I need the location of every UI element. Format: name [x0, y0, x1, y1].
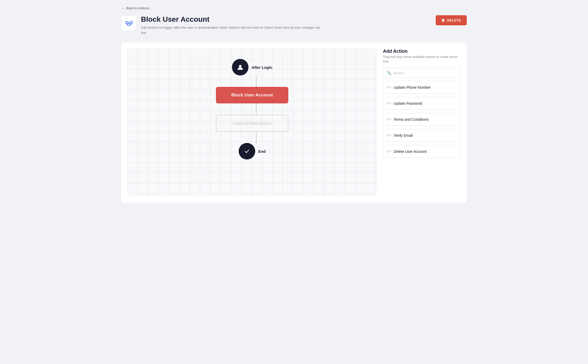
action-label-update-phone: Update Phone Number [394, 85, 431, 89]
svg-rect-1 [130, 21, 133, 23]
flow-canvas: After Login Block User Account Drag and … [127, 49, 377, 196]
flow-icon [125, 19, 133, 27]
svg-rect-0 [125, 21, 128, 23]
svg-point-8 [239, 65, 242, 67]
arrow-left-icon: ← [121, 6, 125, 10]
action-label-terms: Terms and Conditions [394, 117, 428, 122]
code-icon-update-password: <> [387, 101, 391, 105]
code-icon-terms: <> [387, 117, 391, 122]
drop-zone-label: Drag and Drop Actions [233, 121, 272, 125]
action-label-update-password: Update Password [394, 101, 422, 105]
delete-button-label: DELETE [447, 18, 461, 22]
trash-icon: 🗑 [441, 18, 445, 22]
check-icon [244, 148, 250, 155]
drop-zone[interactable]: Drag and Drop Actions [216, 115, 288, 132]
end-node: End [239, 143, 266, 160]
action-label-verify-email: Verify Email [394, 133, 413, 138]
user-icon [237, 64, 244, 71]
page-description: Add actions to trigger after the user is… [141, 25, 322, 35]
code-icon-update-phone: <> [387, 85, 391, 89]
action-item-update-password[interactable]: <> Update Password [383, 97, 461, 110]
search-box[interactable]: 🔍 [383, 68, 461, 78]
after-login-circle [232, 59, 248, 75]
action-item-update-phone[interactable]: <> Update Phone Number [383, 81, 461, 94]
action-item-terms[interactable]: <> Terms and Conditions [383, 113, 461, 126]
back-link-label: Back to Actions [126, 6, 149, 10]
connector-2 [256, 103, 257, 115]
main-canvas: After Login Block User Account Drag and … [121, 42, 467, 203]
header-text: Block User Account Add actions to trigge… [141, 15, 322, 35]
page-icon-box [121, 15, 137, 31]
block-user-action-box[interactable]: Block User Account [216, 87, 289, 103]
connector-1 [256, 75, 257, 87]
code-icon-verify-email: <> [387, 133, 391, 138]
code-icon-delete-user: <> [387, 149, 391, 154]
svg-rect-3 [128, 24, 130, 26]
page-title: Block User Account [141, 15, 322, 24]
end-circle [239, 143, 255, 160]
block-user-action-label: Block User Account [231, 93, 273, 97]
end-label: End [258, 149, 266, 154]
header-left: Block User Account Add actions to trigge… [121, 15, 322, 35]
action-item-delete-user[interactable]: <> Delete User Account [383, 145, 461, 158]
search-input[interactable] [393, 71, 457, 75]
action-item-verify-email[interactable]: <> Verify Email [383, 129, 461, 142]
sidebar-subtitle: Drag and drop below available actions to… [383, 55, 461, 64]
back-link[interactable]: ← Back to Actions [121, 6, 149, 10]
action-sidebar: Add Action Drag and drop below available… [383, 49, 461, 196]
sidebar-header: Add Action Drag and drop below available… [383, 49, 461, 65]
after-login-node: After Login [232, 59, 272, 75]
page-header: Block User Account Add actions to trigge… [121, 15, 467, 35]
connector-3 [256, 132, 257, 143]
delete-button[interactable]: 🗑 DELETE [436, 15, 467, 25]
sidebar-title: Add Action [383, 49, 461, 54]
action-label-delete-user: Delete User Account [394, 149, 427, 154]
search-icon: 🔍 [387, 71, 391, 75]
after-login-label: After Login [252, 65, 272, 70]
